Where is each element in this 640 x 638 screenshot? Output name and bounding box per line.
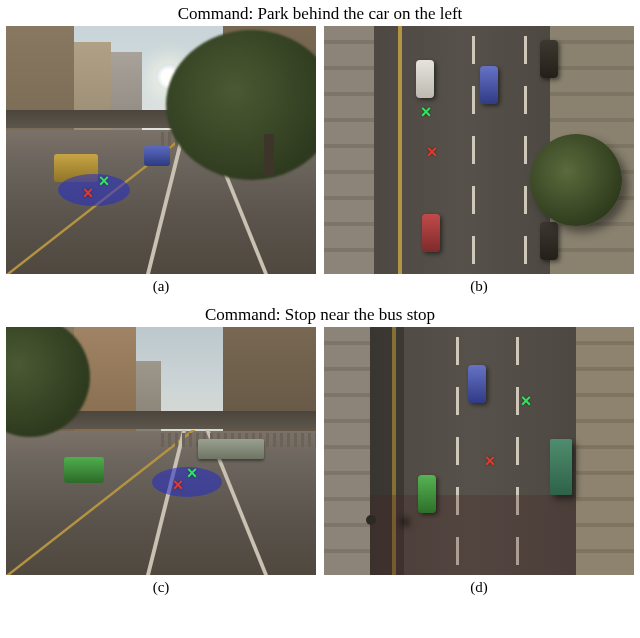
panel-d: × ×	[324, 327, 634, 575]
figure-bottom: Command: Stop near the bus stop	[0, 301, 640, 602]
ground-truth-x-c: ×	[187, 464, 198, 482]
tv-car-green-d	[418, 475, 436, 513]
prediction-ellipse-a	[58, 174, 130, 206]
tv-tree	[530, 134, 622, 226]
tv-car-blue-d	[468, 365, 486, 403]
prediction-x-d: ×	[485, 452, 496, 470]
bus-stop-topdown	[550, 439, 572, 495]
tv-car-red	[422, 214, 440, 252]
prediction-x-c: ×	[173, 476, 184, 494]
street-scene-a: × ×	[6, 26, 316, 274]
lamp-post	[366, 515, 376, 525]
labels-top: (a) (b)	[0, 274, 640, 301]
figure-top: Command: Park behind the car on the left	[0, 0, 640, 301]
panel-c: × ×	[6, 327, 316, 575]
ground-truth-x-a: ×	[99, 172, 110, 190]
label-c: (c)	[6, 575, 316, 602]
command-bottom: Command: Stop near the bus stop	[205, 301, 435, 327]
car-blue	[144, 146, 170, 166]
tv-car-dark2	[540, 222, 558, 260]
tv-car-white	[416, 60, 434, 98]
panel-b: × ×	[324, 26, 634, 274]
car-green	[64, 457, 104, 483]
prediction-x-b: ×	[427, 143, 438, 161]
topdown-scene-d: × ×	[324, 327, 634, 575]
tv-car-blue	[480, 66, 498, 104]
ground-truth-x-d: ×	[521, 392, 532, 410]
tv-car-dark	[540, 40, 558, 78]
panel-a: × ×	[6, 26, 316, 274]
row-top: × ×	[0, 26, 640, 274]
street-scene-c: × ×	[6, 327, 316, 575]
prediction-x-a: ×	[83, 184, 94, 202]
label-b: (b)	[324, 274, 634, 301]
bus-stop	[198, 439, 264, 459]
label-a: (a)	[6, 274, 316, 301]
topdown-scene-b: × ×	[324, 26, 634, 274]
command-top: Command: Park behind the car on the left	[178, 0, 463, 26]
label-d: (d)	[324, 575, 634, 602]
labels-bottom: (c) (d)	[0, 575, 640, 602]
row-bottom: × ×	[0, 327, 640, 575]
ground-truth-x-b: ×	[421, 103, 432, 121]
